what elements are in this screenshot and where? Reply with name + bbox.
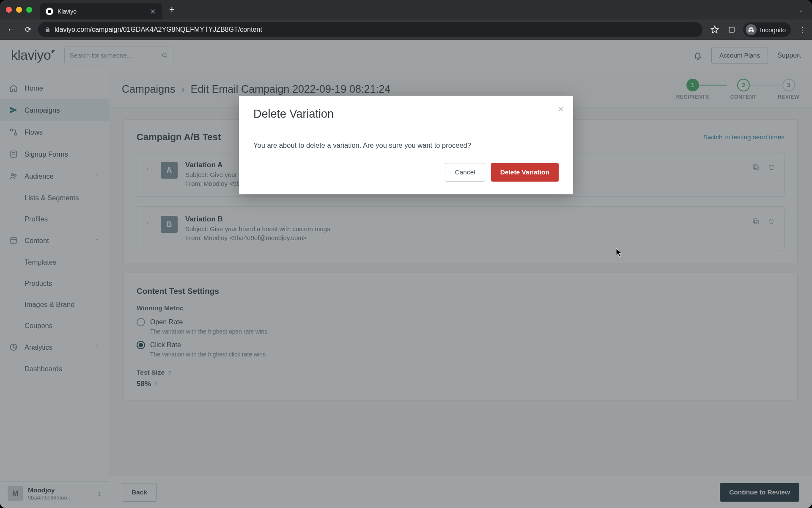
traffic-lights: [6, 7, 32, 13]
new-tab-button[interactable]: +: [169, 4, 175, 15]
url-text: klaviyo.com/campaign/01GDAK4A2YG8NQEFMYT…: [55, 26, 262, 33]
confirm-label: Delete Variation: [500, 168, 549, 176]
svg-point-3: [752, 29, 754, 32]
lock-icon: [45, 27, 50, 33]
incognito-label: Incognito: [760, 26, 786, 33]
incognito-icon: [746, 24, 757, 35]
close-window-button[interactable]: [6, 7, 12, 13]
close-tab-icon[interactable]: ✕: [150, 8, 156, 16]
modal-title: Delete Variation: [253, 108, 559, 121]
fullscreen-window-button[interactable]: [26, 7, 32, 13]
tab-favicon: [46, 8, 53, 15]
svg-rect-1: [729, 27, 734, 32]
svg-point-2: [748, 29, 751, 32]
incognito-badge[interactable]: Incognito: [743, 22, 791, 37]
reload-button[interactable]: ⟳: [21, 23, 35, 36]
back-button[interactable]: ←: [4, 23, 18, 36]
modal-message: You are about to delete a variation. Are…: [253, 141, 559, 150]
svg-marker-0: [711, 26, 719, 33]
tab-title: Klaviyo: [58, 8, 146, 15]
window-menu-icon[interactable]: ⌄: [798, 6, 804, 13]
macos-titlebar: Klaviyo ✕ + ⌄: [0, 0, 812, 19]
svg-rect-4: [751, 30, 752, 31]
browser-menu-icon[interactable]: ⋮: [797, 24, 808, 35]
confirm-delete-button[interactable]: Delete Variation: [491, 163, 559, 182]
browser-toolbar: ← → ⟳ klaviyo.com/campaign/01GDAK4A2YG8N…: [0, 19, 812, 40]
delete-variation-modal: × Delete Variation You are about to dele…: [239, 96, 573, 194]
address-bar[interactable]: klaviyo.com/campaign/01GDAK4A2YG8NQEFMYT…: [38, 22, 702, 37]
divider: [253, 131, 559, 131]
minimize-window-button[interactable]: [16, 7, 22, 13]
cancel-label: Cancel: [455, 168, 475, 176]
extensions-icon[interactable]: [726, 24, 737, 35]
cancel-button[interactable]: Cancel: [445, 163, 485, 182]
close-icon[interactable]: ×: [558, 103, 564, 115]
bookmark-star-icon[interactable]: [709, 24, 720, 35]
browser-tab[interactable]: Klaviyo ✕: [40, 3, 162, 19]
